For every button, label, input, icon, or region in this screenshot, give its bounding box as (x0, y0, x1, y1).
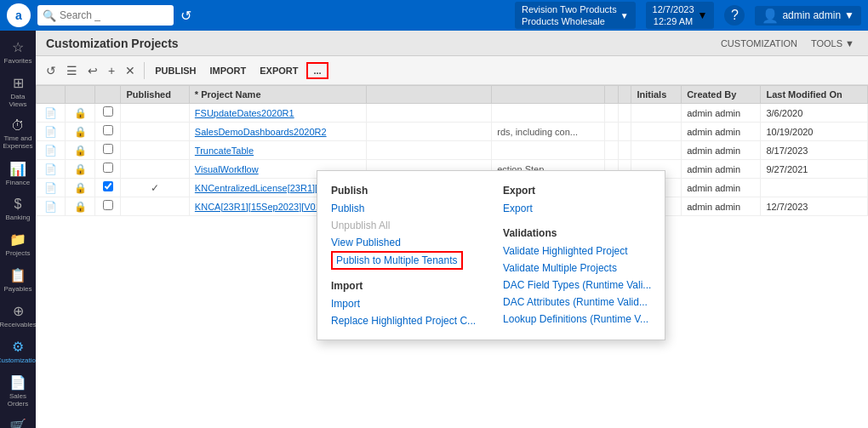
col-header-col9 (618, 86, 631, 104)
col-header-desc[interactable] (366, 86, 491, 104)
publish-button[interactable]: PUBLISH (150, 64, 201, 77)
main-content: Customization Projects CUSTOMIZATION TOO… (36, 31, 868, 428)
row-created-by: admin admin (682, 197, 761, 216)
sidebar: ☆ Favorites ⊞ Data Views ⏱ Time andExpen… (0, 31, 36, 428)
receivables-icon: ⊕ (13, 303, 24, 319)
lookup-definitions-item[interactable]: Lookup Definitions (Runtime V... (503, 311, 651, 328)
dac-field-types-item[interactable]: DAC Field Types (Runtime Vali... (503, 277, 651, 294)
user-chevron-icon: ▼ (844, 9, 854, 21)
row-icon1: 📄 (37, 123, 66, 141)
user-menu[interactable]: 👤 admin admin ▼ (755, 6, 861, 26)
help-button[interactable]: ? (724, 5, 745, 26)
unpublish-all-item[interactable]: Unpublish All (331, 217, 476, 234)
sidebar-item-banking[interactable]: $ Banking (0, 191, 36, 226)
datetime-chevron-icon: ▼ (698, 9, 708, 21)
refresh-button[interactable]: ↺ (43, 62, 60, 79)
row-project-name[interactable]: FSUpdateDates2020R1 (189, 104, 366, 123)
col-header-icon2 (66, 86, 94, 104)
row-col9 (618, 104, 631, 123)
favorites-icon: ☆ (12, 39, 24, 55)
row-created-by: admin admin (682, 104, 761, 123)
row-modified: 3/6/2020 (761, 104, 868, 123)
sub-header-actions: CUSTOMIZATION TOOLS ▼ (717, 37, 858, 50)
col-header-col7 (492, 86, 604, 104)
sidebar-label-finance: Finance (6, 179, 30, 186)
finance-icon: 📊 (9, 161, 26, 177)
search-box: 🔍 (37, 5, 174, 26)
col-header-modified[interactable]: Last Modified On (761, 86, 868, 104)
dac-attributes-item[interactable]: DAC Attributes (Runtime Valid... (503, 294, 651, 311)
row-checkbox[interactable] (94, 141, 121, 160)
export-section-title: Export (503, 181, 651, 200)
time-expenses-icon: ⏱ (11, 118, 25, 134)
col-header-created-by[interactable]: Created By (682, 86, 761, 104)
datetime-selector[interactable]: 12/7/2023 12:29 AM ▼ (646, 2, 715, 30)
dropdown-columns: Publish Publish Unpublish All View Publi… (317, 178, 665, 333)
undo-button[interactable]: ↩ (84, 62, 101, 79)
projects-icon: 📁 (9, 231, 26, 248)
view-published-item[interactable]: View Published (331, 234, 476, 251)
row-icon1: 📄 (37, 197, 66, 216)
sidebar-item-customization[interactable]: ⚙ Customization (0, 334, 36, 369)
sidebar-item-purchases[interactable]: 🛒 Purchases (0, 413, 36, 428)
sidebar-item-favorites[interactable]: ☆ Favorites (0, 34, 36, 70)
sidebar-item-projects[interactable]: 📁 Projects (0, 226, 36, 262)
row-icon2: 🔒 (66, 123, 94, 141)
publish-section-title: Publish (331, 181, 476, 200)
sidebar-item-sales-orders[interactable]: 📄 Sales Orders (0, 369, 36, 413)
row-initials (631, 141, 682, 160)
row-checkbox[interactable] (94, 104, 121, 123)
row-checkbox[interactable] (94, 179, 121, 197)
row-checkbox[interactable] (94, 160, 121, 179)
row-project-name[interactable]: SalesDemoDashboards2020R2 (189, 123, 366, 141)
column-chooser-button[interactable]: ☰ (63, 62, 81, 79)
dropdown-right-col: Export Export Validations Validate Highl… (489, 178, 665, 333)
row-project-name[interactable]: TruncateTable (189, 141, 366, 160)
add-button[interactable]: + (105, 62, 118, 79)
sidebar-item-payables[interactable]: 📋 Payables (0, 262, 36, 298)
row-col9 (618, 141, 631, 160)
row-created-by: admin admin (682, 123, 761, 141)
search-icon: 🔍 (43, 9, 56, 22)
publish-multiple-tenants-item[interactable]: Publish to Multiple Tenants (331, 251, 463, 270)
row-icon1: 📄 (37, 141, 66, 160)
topbar-refresh-button[interactable]: ↺ (180, 8, 191, 24)
replace-project-item[interactable]: Replace Highlighted Project C... (331, 312, 476, 329)
import-button[interactable]: IMPORT (204, 64, 251, 77)
more-button[interactable]: ... (306, 62, 328, 79)
sidebar-item-time-expenses[interactable]: ⏱ Time andExpenses (0, 113, 36, 156)
row-col9 (618, 123, 631, 141)
page-title: Customization Projects (46, 37, 179, 50)
sidebar-item-finance[interactable]: 📊 Finance (0, 156, 36, 191)
col-header-project-name[interactable]: * Project Name (189, 86, 366, 104)
payables-icon: 📋 (9, 267, 26, 283)
validate-multiple-item[interactable]: Validate Multiple Projects (503, 260, 651, 277)
row-modified: 12/7/2023 (761, 197, 868, 216)
company-selector[interactable]: Revision Two Products Products Wholesale… (515, 2, 636, 30)
sidebar-label-sales-orders: Sales Orders (2, 392, 34, 408)
row-checkbox[interactable] (94, 123, 121, 141)
row-col7: rds, including con... (492, 123, 604, 141)
sidebar-item-receivables[interactable]: ⊕ Receivables (0, 298, 36, 334)
export-item[interactable]: Export (503, 200, 651, 217)
row-icon2: 🔒 (66, 160, 94, 179)
table-row: 📄 🔒 TruncateTable admin admin 8/17/2023 (37, 141, 868, 160)
row-initials (631, 104, 682, 123)
row-checkbox[interactable] (94, 197, 121, 216)
import-item[interactable]: Import (331, 295, 476, 312)
publish-item[interactable]: Publish (331, 200, 476, 217)
col-header-published[interactable]: Published (121, 86, 189, 104)
col-header-initials[interactable]: Initials (631, 86, 682, 104)
table-row: 📄 🔒 SalesDemoDashboards2020R2 rds, inclu… (37, 123, 868, 141)
customization-button[interactable]: CUSTOMIZATION (717, 37, 801, 50)
company-chevron-icon: ▼ (620, 11, 629, 20)
row-desc (366, 123, 491, 141)
app-logo[interactable]: a (7, 3, 31, 27)
validate-highlighted-item[interactable]: Validate Highlighted Project (503, 243, 651, 260)
row-desc (366, 104, 491, 123)
tools-button[interactable]: TOOLS ▼ (808, 37, 858, 50)
delete-button[interactable]: ✕ (122, 62, 139, 79)
sidebar-item-data-views[interactable]: ⊞ Data Views (0, 70, 36, 113)
export-button[interactable]: EXPORT (254, 64, 303, 77)
search-input[interactable] (60, 9, 168, 21)
